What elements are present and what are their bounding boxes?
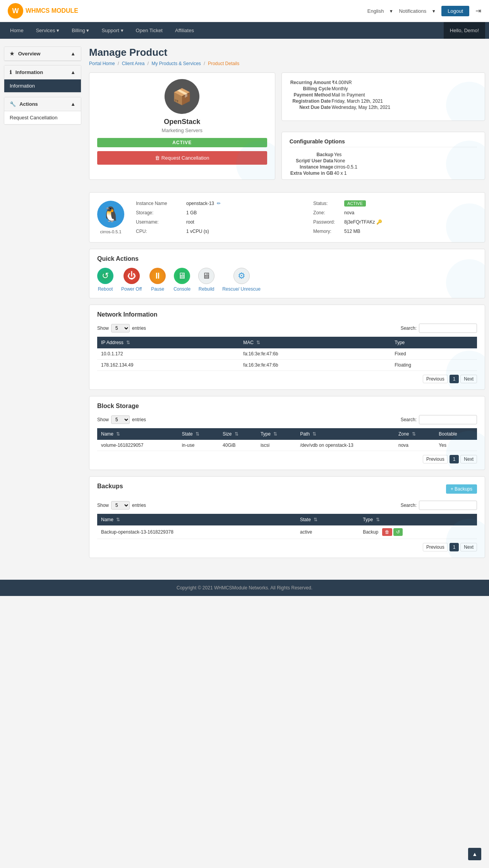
sort-icon: ⇅ [312,431,316,437]
breadcrumb-product-details[interactable]: Product Details [208,61,239,66]
sidebar-overview-header[interactable]: ★ Overview ▲ [4,47,81,61]
console-button[interactable]: 🖥 Console [173,268,190,292]
nav-support[interactable]: Support ▾ [95,22,129,39]
col-bootable: Bootable [435,428,477,440]
col-type: Type ⇅ [359,514,477,525]
sort-icon: ⇅ [273,431,277,437]
backup-label: Backup [290,152,333,157]
pause-button[interactable]: ⏸ Pause [149,268,166,292]
sidebar-information-body: Information [4,79,81,93]
exit-icon[interactable]: ⇥ [475,7,481,15]
nav-affiliates[interactable]: Affiliates [169,22,200,39]
footer: Copyright © 2021 WHMCSModule Networks. A… [0,580,489,596]
console-label: Console [173,286,190,292]
block-search-input[interactable] [419,415,477,424]
volume-value: 40 x 1 [334,170,357,176]
table-row: Backup-openstack-13-1618229378 active Ba… [97,525,477,539]
backups-search-input[interactable] [419,501,477,510]
billing-row-regdate: Registration Date Friday, March 12th, 20… [290,98,391,104]
logout-button[interactable]: Logout [441,6,469,16]
breadcrumb-my-products[interactable]: My Products & Services [151,61,201,66]
backup-type-cell: Backup 🗑 ↺ [359,525,477,539]
nav-home[interactable]: Home [4,22,30,39]
backups-entries-select[interactable]: 5 10 [111,501,130,510]
language-selector[interactable]: English [367,8,384,14]
block-prev-button[interactable]: Previous [423,455,448,463]
volume-path-cell: /dev/vdb on openstack-13 [296,440,395,451]
duedate-value: Wednesday, May 12th, 2021 [332,105,391,110]
col-name: Name ⇅ [97,428,178,440]
delete-backup-button[interactable]: 🗑 [382,528,392,536]
rescue-unrescue-button[interactable]: ⚙ Rescue/ Unrescue [222,268,261,292]
request-cancellation-button[interactable]: 🗑 Request Cancellation [97,151,267,165]
config-row-backup: Backup Yes [290,152,357,157]
backups-next-button[interactable]: Next [460,543,477,551]
col-ip-address: IP Address ⇅ [97,337,239,348]
network-search-input[interactable] [419,324,477,333]
add-backup-button[interactable]: + Backups [446,484,477,494]
network-show-entries: Show 5 10 25 entries [97,324,146,332]
billing-row-duedate: Next Due Date Wednesday, May 12th, 2021 [290,105,391,110]
show-label: Show [97,417,109,422]
reboot-button[interactable]: ↺ Reboot [97,268,113,292]
backups-prev-button[interactable]: Previous [423,543,448,551]
power-off-button[interactable]: ⏻ Power Off [121,268,142,292]
block-page-1-button[interactable]: 1 [450,455,459,463]
network-entries-select[interactable]: 5 10 25 [111,324,130,332]
col-state: State ⇅ [296,514,359,525]
search-label: Search: [401,417,417,422]
billing-row-payment: Payment Method Mail In Payment [290,92,391,98]
sidebar-section-actions: 🔧 Actions ▲ Request Cancellation [4,97,81,125]
sidebar-actions-header[interactable]: 🔧 Actions ▲ [4,97,81,111]
breadcrumb-portal-home[interactable]: Portal Home [89,61,115,66]
status-value: ACTIVE [340,199,477,208]
sidebar-information-header[interactable]: ℹ Information ▲ [4,65,81,79]
image-value: cirros-0.5.1 [334,164,357,170]
block-storage-table: Name ⇅ State ⇅ Size ⇅ Type ⇅ Path ⇅ Zone… [97,428,477,451]
backups-title: Backups [97,483,123,490]
footer-text: Copyright © 2021 WHMCSModule Networks. A… [177,585,312,591]
billing-row-cycle: Billing Cycle Monthly [290,86,391,91]
product-icon: 📦 [165,79,199,114]
logo-icon: W [8,3,23,19]
pause-label: Pause [151,286,164,292]
image-label: Instance Image [290,164,333,170]
notifications-link[interactable]: Notifications [399,8,426,14]
billing-card: Recurring Amount ₹4.00INR Billing Cycle … [281,72,485,121]
top-bar: W WHMCS MODULE English ▾ Notifications ▾… [0,0,489,22]
block-entries-select[interactable]: 5 10 [111,415,130,424]
volume-zone-cell: nova [395,440,435,451]
breadcrumb-client-area[interactable]: Client Area [122,61,145,66]
network-table: IP Address ⇅ MAC ⇅ Type 10.0.1.172 fa:16… [97,337,477,371]
memory-label: Memory: [309,227,340,236]
content: Manage Product Portal Home / Client Area… [89,46,485,564]
network-next-button[interactable]: Next [460,375,477,383]
edit-instance-name-icon[interactable]: ✏ [217,201,221,206]
chevron-up-icon: ▲ [70,51,75,57]
password-value: 8j3eFQrTFAKz 🔑 [340,217,477,227]
nav-open-ticket[interactable]: Open Ticket [130,22,169,39]
block-pagination: Previous 1 Next [97,455,477,463]
instance-row-username: Username: root Password: 8j3eFQrTFAKz 🔑 [132,217,477,227]
entries-label: entries [132,326,146,331]
sort-icon: ⇅ [196,431,199,437]
nav-services[interactable]: Services ▾ [30,22,65,39]
block-next-button[interactable]: Next [460,455,477,463]
sidebar-item-information[interactable]: Information [4,79,81,93]
rebuild-button[interactable]: 🖥 Rebuild [198,268,214,292]
network-prev-button[interactable]: Previous [423,375,448,383]
restore-backup-button[interactable]: ↺ [393,528,403,536]
col-path: Path ⇅ [296,428,395,440]
col-type: Type [391,337,477,348]
power-off-label: Power Off [121,286,142,292]
user-menu[interactable]: Hello, Demo! [444,22,485,39]
nav-billing[interactable]: Billing ▾ [65,22,95,39]
quick-actions-section: Quick Actions ↺ Reboot ⏻ Power Off ⏸ Pau… [89,249,485,298]
type-cell: Floating [391,360,477,371]
sidebar-item-request-cancellation[interactable]: Request Cancellation [4,111,81,124]
backups-show-entries: Show 5 10 entries [97,501,146,510]
os-icon: 🐧 [97,201,124,228]
network-page-1-button[interactable]: 1 [450,375,459,383]
backups-page-1-button[interactable]: 1 [450,543,459,551]
zone-label: Zone: [309,208,340,217]
